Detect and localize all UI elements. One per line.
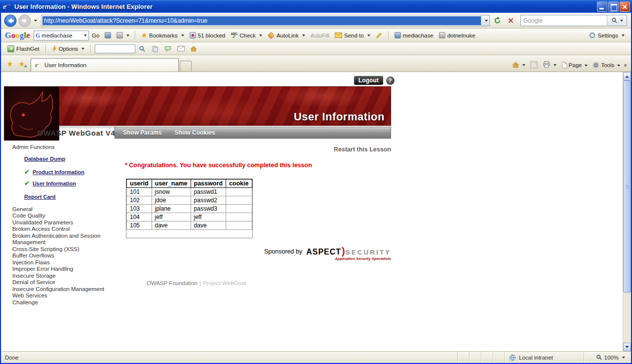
close-button[interactable] <box>620 1 630 12</box>
address-dropdown-button[interactable] <box>481 15 489 26</box>
flashget-search-button[interactable] <box>136 43 148 55</box>
vertical-scrollbar[interactable] <box>623 72 631 351</box>
scroll-up-button[interactable] <box>623 72 631 80</box>
cell-cookie <box>226 221 252 230</box>
sidebar-category-challenge[interactable]: Challenge <box>12 299 117 306</box>
sidebar-category-unvalidated-parameters[interactable]: Unvalidated Parameters <box>12 219 117 226</box>
add-favorite-button[interactable]: ★ + <box>16 58 28 70</box>
sidebar-link-report-card[interactable]: Report Card <box>24 194 56 200</box>
maximize-button[interactable] <box>608 1 619 12</box>
sidebar-category-broken-authentication[interactable]: Broken Authentication and Session Manage… <box>12 233 117 246</box>
new-tab-button[interactable] <box>180 61 192 72</box>
options-button[interactable]: Options <box>50 44 87 53</box>
back-button[interactable] <box>4 14 17 27</box>
aspect-security-logo[interactable]: ASPECT ) SECURITY Application Security S… <box>306 246 391 261</box>
popup-blocker-button[interactable]: 51 blocked <box>187 31 228 39</box>
search-button[interactable] <box>607 15 627 26</box>
sidebar-category-improper-error-handling[interactable]: Improper Error Handling <box>12 266 117 273</box>
caret-down-icon <box>181 35 184 38</box>
zoom-control[interactable]: 100% <box>584 352 631 363</box>
mediachase-custom-button[interactable]: mediachase <box>392 31 436 39</box>
forward-button[interactable] <box>18 14 31 27</box>
refresh-button[interactable] <box>491 15 503 27</box>
page-menu-label: Page <box>569 62 582 68</box>
owasp-foundation-link[interactable]: OWASP Foundation <box>147 280 198 286</box>
cell-cookie <box>226 188 252 196</box>
magnifier-icon <box>611 17 618 24</box>
stop-button[interactable] <box>505 15 516 27</box>
show-params-button[interactable]: Show Params <box>123 129 162 136</box>
cell-password: passwd3 <box>191 205 226 213</box>
autolink-button[interactable]: AutoLink <box>265 32 308 39</box>
settings-button[interactable]: Settings <box>587 31 627 39</box>
help-button[interactable]: ? <box>386 76 395 85</box>
flashget-button[interactable]: FlashGet <box>5 44 42 53</box>
scroll-down-button[interactable] <box>623 343 631 351</box>
sidebar-category-web-services[interactable]: Web Services <box>12 292 117 299</box>
history-dropdown-button[interactable] <box>34 20 37 23</box>
sidebar-category-denial-of-service[interactable]: Denial of Service <box>12 279 117 286</box>
ie-e-glyph: e <box>3 2 6 10</box>
tab-favicon: e <box>35 62 42 69</box>
question-mark-icon: ? <box>389 77 392 83</box>
restart-lesson-link[interactable]: Restart this Lesson <box>125 146 391 153</box>
minimize-button[interactable] <box>597 1 607 12</box>
settings-icon <box>589 32 595 38</box>
sidebar-category-broken-access-control[interactable]: Broken Access Control <box>12 226 117 233</box>
show-cookies-button[interactable]: Show Cookies <box>175 129 215 136</box>
sidebar-category-insecure-storage[interactable]: Insecure Storage <box>12 273 117 280</box>
caret-down-icon <box>553 64 556 68</box>
highlighter-button[interactable] <box>373 31 385 40</box>
sidebar-category-code-quality[interactable]: Code Quality <box>12 213 117 219</box>
print-button[interactable] <box>540 59 559 70</box>
sidebar-category-admin-functions[interactable]: Admin Functions <box>12 144 117 151</box>
mail-button[interactable] <box>175 43 187 55</box>
image-search-button[interactable] <box>102 31 114 39</box>
flashget-search-input[interactable] <box>95 44 135 53</box>
sidebar-category-buffer-overflows[interactable]: Buffer Overflows <box>12 253 117 259</box>
title-bar[interactable]: e User Information - Windows Internet Ex… <box>0 0 632 13</box>
favorites-center-button[interactable]: ★ <box>4 58 16 70</box>
tab-user-information[interactable]: e User Information <box>31 58 179 72</box>
scrollbar-thumb[interactable] <box>623 80 631 292</box>
tools-menu-button[interactable]: Tools <box>590 60 623 70</box>
logout-button[interactable]: Logout <box>354 76 383 85</box>
sidebar-link-database-dump[interactable]: Database Dump <box>24 156 65 162</box>
google-search-combo[interactable]: G mediachase <box>34 31 89 40</box>
table-header-row: userid user_name password cookie <box>127 180 252 188</box>
send-to-button[interactable]: Send to <box>332 32 373 39</box>
sidebar-link-product-information[interactable]: Product Information <box>33 169 84 175</box>
google-search-value[interactable]: mediachase <box>41 33 81 38</box>
sidebar-category-insecure-configuration[interactable]: Insecure Configuration Management <box>12 286 117 293</box>
sidebar-link-user-information[interactable]: User Information <box>33 181 76 186</box>
magnifier-icon <box>139 45 146 52</box>
search-box[interactable] <box>520 15 627 26</box>
toolbar-separator <box>135 31 136 40</box>
pages-view-button[interactable] <box>149 43 161 55</box>
sidebar-category-xss[interactable]: Cross-Site Scripting (XSS) <box>12 246 117 253</box>
toolbar-overflow-button[interactable]: » <box>623 62 628 70</box>
status-pane <box>469 352 481 363</box>
security-wordmark: SECURITY <box>346 249 391 256</box>
bookmarks-button[interactable]: ★ Bookmarks <box>139 31 186 40</box>
page-menu-button[interactable]: Page <box>559 60 591 70</box>
sidebar-category-injection-flaws[interactable]: Injection Flaws <box>12 259 117 266</box>
sidebar-category-general[interactable]: General <box>12 206 117 213</box>
news-search-button[interactable] <box>114 31 132 39</box>
mediachase-label: mediachase <box>403 33 434 38</box>
feeds-button[interactable] <box>528 60 540 70</box>
chat-button[interactable] <box>162 43 174 55</box>
search-input[interactable] <box>521 15 607 26</box>
dotnetnuke-custom-button[interactable]: dotnetnuke <box>436 31 478 39</box>
autofill-button[interactable]: AutoFill <box>308 32 332 39</box>
address-input[interactable]: http://neo/WebGoat/attack?Screen=71&menu… <box>42 16 481 25</box>
caret-down-icon <box>617 65 620 68</box>
flashget-home-button[interactable] <box>188 43 199 55</box>
go-button[interactable]: Go <box>89 32 102 39</box>
highlighter-pen-icon <box>376 32 383 39</box>
project-webgoat-link[interactable]: Project WebGoat <box>203 280 246 286</box>
arrow-down-icon <box>625 346 629 350</box>
home-button[interactable] <box>510 60 528 70</box>
address-bar-field[interactable]: http://neo/WebGoat/attack?Screen=71&menu… <box>41 15 490 26</box>
spellcheck-button[interactable]: ABC✓ Check <box>228 32 265 39</box>
